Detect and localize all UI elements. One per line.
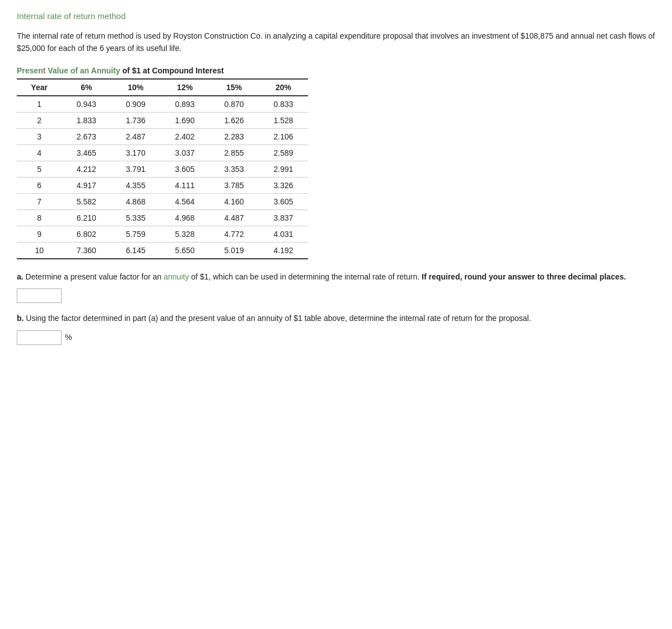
cell-value: 0.833 bbox=[259, 96, 308, 113]
cell-value: 2.991 bbox=[259, 161, 308, 177]
col-20pct: 20% bbox=[259, 79, 308, 96]
cell-value: 3.605 bbox=[160, 161, 209, 177]
col-6pct: 6% bbox=[62, 79, 111, 96]
question-b-label: b. bbox=[17, 314, 24, 323]
cell-value: 7.360 bbox=[62, 242, 111, 259]
cell-year: 10 bbox=[17, 242, 62, 259]
question-a-input[interactable] bbox=[17, 288, 62, 303]
cell-value: 3.353 bbox=[209, 161, 259, 177]
cell-value: 3.465 bbox=[62, 145, 111, 161]
table-row: 21.8331.7361.6901.6261.528 bbox=[17, 112, 308, 128]
table-header-green: Present Value of an Annuity bbox=[17, 66, 120, 75]
cell-value: 6.145 bbox=[111, 242, 160, 259]
page-title: Internal rate of return method bbox=[17, 11, 655, 21]
question-a-after: of $1, which can be used in determining … bbox=[189, 272, 626, 281]
cell-year: 3 bbox=[17, 128, 62, 145]
cell-value: 3.605 bbox=[259, 193, 308, 209]
cell-value: 5.759 bbox=[111, 226, 160, 242]
table-row: 107.3606.1455.6505.0194.192 bbox=[17, 242, 308, 259]
cell-year: 7 bbox=[17, 193, 62, 209]
table-row: 96.8025.7595.3284.7724.031 bbox=[17, 226, 308, 242]
cell-value: 4.968 bbox=[160, 209, 209, 226]
cell-year: 9 bbox=[17, 226, 62, 242]
percent-symbol: % bbox=[65, 331, 72, 343]
cell-value: 5.650 bbox=[160, 242, 209, 259]
cell-value: 1.690 bbox=[160, 112, 209, 128]
cell-value: 4.212 bbox=[62, 161, 111, 177]
cell-value: 1.736 bbox=[111, 112, 160, 128]
cell-value: 2.589 bbox=[259, 145, 308, 161]
cell-value: 3.326 bbox=[259, 177, 308, 193]
cell-value: 2.855 bbox=[209, 145, 259, 161]
cell-value: 4.868 bbox=[111, 193, 160, 209]
col-10pct: 10% bbox=[111, 79, 160, 96]
question-b-input[interactable] bbox=[17, 330, 62, 345]
cell-value: 4.564 bbox=[160, 193, 209, 209]
cell-year: 1 bbox=[17, 96, 62, 113]
cell-year: 4 bbox=[17, 145, 62, 161]
cell-value: 0.943 bbox=[62, 96, 111, 113]
cell-value: 3.785 bbox=[209, 177, 259, 193]
question-b-input-row: % bbox=[17, 330, 655, 345]
cell-value: 4.192 bbox=[259, 242, 308, 259]
cell-value: 6.210 bbox=[62, 209, 111, 226]
question-a-label: a. bbox=[17, 272, 24, 281]
cell-value: 4.917 bbox=[62, 177, 111, 193]
cell-value: 5.582 bbox=[62, 193, 111, 209]
cell-value: 1.626 bbox=[209, 112, 259, 128]
cell-value: 4.355 bbox=[111, 177, 160, 193]
table-header: Present Value of an Annuity of $1 at Com… bbox=[17, 66, 655, 75]
cell-value: 0.893 bbox=[160, 96, 209, 113]
table-row: 86.2105.3354.9684.4873.837 bbox=[17, 209, 308, 226]
cell-value: 5.019 bbox=[209, 242, 259, 259]
table-header-bold: of $1 at Compound Interest bbox=[123, 66, 224, 75]
cell-value: 5.335 bbox=[111, 209, 160, 226]
cell-value: 1.833 bbox=[62, 112, 111, 128]
cell-year: 6 bbox=[17, 177, 62, 193]
question-a-text: a. Determine a present value factor for … bbox=[17, 271, 655, 283]
cell-value: 2.487 bbox=[111, 128, 160, 145]
cell-value: 1.528 bbox=[259, 112, 308, 128]
question-b-text: b. Using the factor determined in part (… bbox=[17, 312, 655, 324]
table-section: Present Value of an Annuity of $1 at Com… bbox=[17, 66, 655, 259]
intro-paragraph: The internal rate of return method is us… bbox=[17, 30, 655, 55]
col-12pct: 12% bbox=[160, 79, 209, 96]
cell-value: 0.909 bbox=[111, 96, 160, 113]
cell-value: 4.031 bbox=[259, 226, 308, 242]
cell-value: 2.106 bbox=[259, 128, 308, 145]
col-15pct: 15% bbox=[209, 79, 259, 96]
cell-value: 2.283 bbox=[209, 128, 259, 145]
table-row: 10.9430.9090.8930.8700.833 bbox=[17, 96, 308, 113]
cell-value: 4.772 bbox=[209, 226, 259, 242]
table-row: 43.4653.1703.0372.8552.589 bbox=[17, 145, 308, 161]
cell-value: 4.487 bbox=[209, 209, 259, 226]
cell-value: 4.160 bbox=[209, 193, 259, 209]
cell-value: 3.837 bbox=[259, 209, 308, 226]
cell-value: 3.170 bbox=[111, 145, 160, 161]
cell-value: 6.802 bbox=[62, 226, 111, 242]
cell-value: 0.870 bbox=[209, 96, 259, 113]
annuity-word: annuity bbox=[164, 272, 189, 281]
cell-value: 2.402 bbox=[160, 128, 209, 145]
table-row: 54.2123.7913.6053.3532.991 bbox=[17, 161, 308, 177]
cell-value: 2.673 bbox=[62, 128, 111, 145]
table-header-row: Year 6% 10% 12% 15% 20% bbox=[17, 79, 308, 96]
question-section: a. Determine a present value factor for … bbox=[17, 271, 655, 345]
cell-value: 3.791 bbox=[111, 161, 160, 177]
cell-value: 5.328 bbox=[160, 226, 209, 242]
annuity-table: Year 6% 10% 12% 15% 20% 10.9430.9090.893… bbox=[17, 78, 308, 259]
col-year: Year bbox=[17, 79, 62, 96]
question-a-input-wrapper bbox=[17, 288, 655, 303]
cell-value: 3.037 bbox=[160, 145, 209, 161]
table-row: 32.6732.4872.4022.2832.106 bbox=[17, 128, 308, 145]
cell-year: 8 bbox=[17, 209, 62, 226]
question-b-content: Using the factor determined in part (a) … bbox=[26, 314, 531, 323]
table-row: 64.9174.3554.1113.7853.326 bbox=[17, 177, 308, 193]
cell-year: 2 bbox=[17, 112, 62, 128]
question-a-before: Determine a present value factor for an bbox=[26, 272, 164, 281]
cell-value: 4.111 bbox=[160, 177, 209, 193]
table-row: 75.5824.8684.5644.1603.605 bbox=[17, 193, 308, 209]
cell-year: 5 bbox=[17, 161, 62, 177]
